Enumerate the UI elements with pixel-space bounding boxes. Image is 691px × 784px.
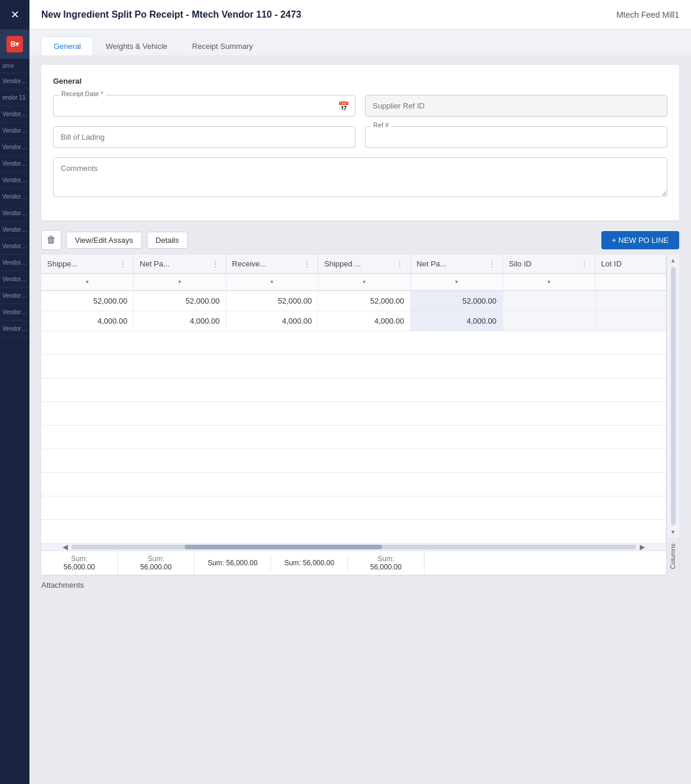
cell-row1-shipped: 52,000.00 <box>41 291 134 311</box>
details-button[interactable]: Details <box>147 232 188 249</box>
table-scroll-area: Shippe... ⋮ Net Pa... ⋮ <box>41 255 666 543</box>
col-menu-shipped[interactable]: ⋮ <box>118 260 127 268</box>
cell-row2-shipped2: 4,000.00 <box>318 311 411 331</box>
scroll-down-arrow[interactable]: ▼ <box>670 526 676 538</box>
columns-button[interactable]: Columns <box>667 538 679 575</box>
ref-label: Ref # <box>371 121 391 129</box>
sidebar-item-0[interactable]: Vendor 11 <box>0 73 29 90</box>
sidebar-item-14[interactable]: Vendor 11 <box>0 304 29 321</box>
delete-button[interactable]: 🗑 <box>41 230 61 250</box>
scroll-right-arrow[interactable]: ▶ <box>636 543 649 551</box>
empty-row <box>41 378 666 402</box>
sidebar-item-8[interactable]: Vendor 11 <box>0 205 29 222</box>
data-table-wrapper: Shippe... ⋮ Net Pa... ⋮ <box>41 255 666 575</box>
horizontal-scrollbar[interactable]: ◀ ▶ <box>41 543 666 551</box>
sidebar-item-11[interactable]: Vendor 11 <box>0 255 29 271</box>
sidebar-item-3[interactable]: Vendor 11 <box>0 123 29 139</box>
avatar-icon: B▾ <box>6 36 23 52</box>
filter-received-arrow[interactable] <box>232 279 312 285</box>
col-net-pa1: Net Pa... ⋮ <box>134 255 226 274</box>
table-head: Shippe... ⋮ Net Pa... ⋮ <box>41 255 666 291</box>
form-row-3 <box>53 157 667 199</box>
cell-row1-netpa2: 52,000.00 <box>410 291 503 311</box>
header-row: Shippe... ⋮ Net Pa... ⋮ <box>41 255 666 274</box>
filter-netpa2-arrow[interactable] <box>417 279 497 285</box>
cell-row2-shipped: 4,000.00 <box>41 311 134 331</box>
sidebar-item-12[interactable]: Vendor 11 <box>0 271 29 288</box>
filter-siloid <box>503 274 595 291</box>
filter-netpa1-arrow[interactable] <box>140 279 220 285</box>
scroll-up-arrow[interactable]: ▲ <box>670 255 676 266</box>
comments-textarea[interactable] <box>53 157 667 197</box>
empty-row <box>41 449 666 473</box>
filter-shipped2-arrow[interactable] <box>324 279 404 285</box>
form-row-1: Receipt Date * 10/3/2023 📅 <box>53 95 667 117</box>
supplier-ref-input[interactable] <box>365 95 667 117</box>
empty-row <box>41 331 666 355</box>
scroll-track[interactable] <box>71 545 636 549</box>
general-card: General Receipt Date * 10/3/2023 📅 <box>41 65 679 220</box>
col-lot-id: Lot ID <box>595 255 666 274</box>
form-row-2: Ref # N/A <box>53 126 667 148</box>
sidebar-item-10[interactable]: Vendor 11 <box>0 238 29 255</box>
close-button[interactable]: ✕ <box>0 0 29 29</box>
sidebar-item-6[interactable]: Vendor 11 <box>0 172 29 189</box>
user-avatar[interactable]: B▾ <box>0 29 29 59</box>
tabs-bar: General Weights & Vehicle Receipt Summar… <box>29 29 691 55</box>
col-menu-siloid[interactable]: ⋮ <box>580 260 589 268</box>
scroll-left-arrow[interactable]: ◀ <box>59 543 71 551</box>
sum-cell-shipped: Sum: 56,000.00 <box>41 551 118 575</box>
view-edit-assays-button[interactable]: View/Edit Assays <box>66 232 142 249</box>
col-menu-netpa2[interactable]: ⋮ <box>487 260 496 268</box>
sum-value-netpa1: 56,000.00 <box>124 563 188 571</box>
col-menu-received[interactable]: ⋮ <box>302 260 312 268</box>
tab-weights[interactable]: Weights & Vehicle <box>93 37 180 55</box>
vertical-scroll-thumb[interactable] <box>671 267 676 525</box>
col-menu-netpa1[interactable]: ⋮ <box>210 260 220 268</box>
supplier-ref-field <box>365 95 667 117</box>
table-row: 52,000.00 52,000.00 52,000.00 52,000.00 … <box>41 291 666 311</box>
receipt-date-label: Receipt Date * <box>59 90 106 97</box>
content-area: General Receipt Date * 10/3/2023 📅 <box>29 55 691 784</box>
col-menu-shipped2[interactable]: ⋮ <box>395 260 404 268</box>
sidebar-item-7[interactable]: Vendor 11 <box>0 189 29 205</box>
table-row: 4,000.00 4,000.00 4,000.00 4,000.00 4,00… <box>41 311 666 331</box>
receipt-date-input[interactable]: 10/3/2023 <box>53 95 356 117</box>
top-header: New Ingredient Split Po Receipt - Mtech … <box>29 0 691 29</box>
vertical-scrollbar: ▲ ▼ <box>667 255 679 538</box>
sum-footer: Sum: 56,000.00 Sum: 56,000.00 Sum: 56,00… <box>41 551 666 575</box>
bill-of-lading-field <box>53 126 356 148</box>
calendar-icon[interactable]: 📅 <box>338 100 350 111</box>
sidebar-item-13[interactable]: Vendor 11 <box>0 288 29 304</box>
sum-value-netpa2: 56,000.00 <box>354 563 418 571</box>
sidebar-item-1[interactable]: endor 11 <box>0 90 29 106</box>
org-name: Mtech Feed Mill1 <box>616 10 679 19</box>
tab-general[interactable]: General <box>41 37 93 56</box>
comments-field <box>53 157 667 199</box>
sidebar-item-9[interactable]: Vendor 11 <box>0 222 29 238</box>
filter-netpa1 <box>134 274 226 291</box>
col-shipped2: Shipped ... ⋮ <box>318 255 411 274</box>
empty-row <box>41 473 666 496</box>
sidebar-item-4[interactable]: Vendor 11 <box>0 139 29 156</box>
empty-row <box>41 496 666 520</box>
sidebar-item-2[interactable]: Vendor 11 <box>0 106 29 123</box>
bill-of-lading-input[interactable] <box>53 126 356 148</box>
ref-input[interactable]: N/A <box>365 126 667 148</box>
tab-receipt-summary[interactable]: Receipt Summary <box>180 37 265 55</box>
scroll-thumb[interactable] <box>185 545 382 549</box>
empty-row <box>41 355 666 378</box>
sum-cell-netpa1: Sum: 56,000.00 <box>118 551 195 575</box>
sum-value-received: Sum: 56,000.00 <box>200 559 265 567</box>
required-star: * <box>101 90 103 97</box>
cell-row1-shipped2: 52,000.00 <box>318 291 411 311</box>
new-po-line-button[interactable]: + NEW PO LINE <box>601 231 679 249</box>
sidebar-list: ame Vendor 11 endor 11 Vendor 11 Vendor … <box>0 59 29 784</box>
sidebar-item-5[interactable]: Vendor 11 <box>0 156 29 172</box>
filter-shipped-arrow[interactable] <box>47 279 127 285</box>
main-content: New Ingredient Split Po Receipt - Mtech … <box>29 0 691 784</box>
cell-row2-lotid <box>595 311 666 331</box>
sidebar-item-15[interactable]: Vendor 11 <box>0 321 29 337</box>
col-silo-id: Silo ID ⋮ <box>503 255 595 274</box>
filter-siloid-arrow[interactable] <box>509 279 589 285</box>
